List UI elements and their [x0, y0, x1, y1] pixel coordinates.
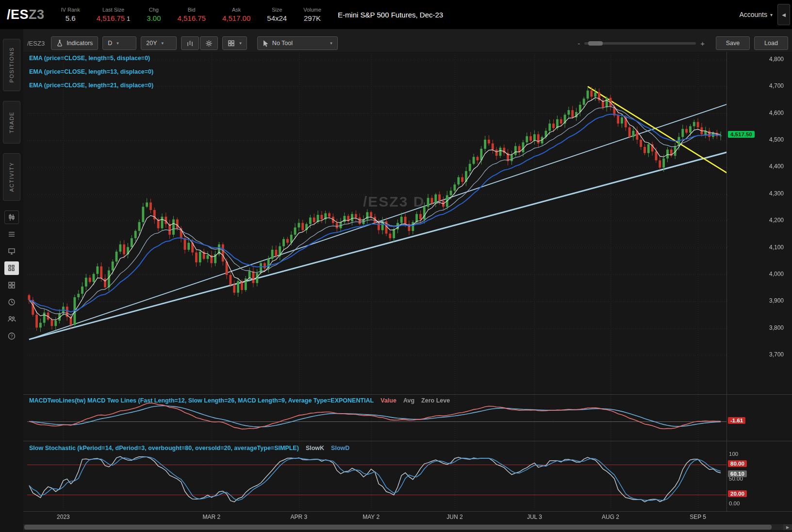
timeframe-dropdown[interactable]: D ▾ [102, 36, 136, 50]
field-volume: Volume 297K [303, 7, 321, 22]
grid-layout-dropdown[interactable]: ▾ [222, 36, 247, 50]
ema-21-study-label[interactable]: EMA (price=CLOSE, length=21, displace=0) [29, 82, 153, 89]
apps-icon[interactable] [4, 278, 19, 292]
time-axis-label: MAY 2 [363, 514, 380, 520]
watchlist-icon[interactable] [4, 227, 19, 241]
flask-icon [56, 40, 63, 47]
chart-panel: /ESZ3 Indicators D ▾ 20Y ▾ ▾ N [23, 29, 792, 532]
sidebar-tab-positions[interactable]: POSITIONS [3, 39, 20, 91]
macd-zero-legend: Zero Leve [421, 397, 450, 404]
macd-value-badge: -1.61 [728, 417, 745, 424]
price-axis-tick: 4,200 [726, 217, 790, 224]
field-iv-rank: IV Rank 5.6 [61, 7, 80, 22]
symbol-title: /ESZ3 [7, 7, 45, 22]
field-bid: Bid 4,516.75 [178, 7, 206, 22]
indicators-button[interactable]: Indicators [51, 36, 98, 50]
chevron-down-icon: ▾ [770, 12, 773, 17]
stoch-20-00-badge: 20.00 [728, 490, 747, 497]
macd-value-legend: Value [380, 397, 396, 404]
symbol-month-code: Z3 [29, 7, 45, 22]
contract-description: E-mini S&P 500 Futures, Dec-23 [338, 11, 443, 19]
stochastic-study-label[interactable]: Slow Stochastic (kPeriod=14, dPeriod=3, … [29, 445, 349, 451]
help-icon[interactable]: ? [4, 329, 19, 343]
range-dropdown[interactable]: 20Y ▾ [141, 36, 177, 50]
people-icon[interactable] [4, 312, 19, 326]
scrollbar-thumb[interactable] [24, 525, 772, 530]
macd-study-label[interactable]: MACDTwoLines(tw) MACD Two Lines (Fast Le… [29, 397, 450, 404]
stoch-60-10-badge: 60.10 [728, 470, 747, 477]
price-axis-tick: 4,000 [726, 271, 790, 277]
zoom-slider[interactable] [584, 42, 696, 45]
sidebar-tab-trade[interactable]: TRADE [3, 101, 20, 144]
price-axis-tick: 4,100 [726, 244, 790, 251]
sidebar-tab-activity[interactable]: ACTIVITY [3, 153, 20, 201]
time-axis-label: APR 3 [291, 514, 308, 520]
time-axis-label: JUL 3 [527, 514, 542, 520]
field-ask: Ask 4,517.00 [222, 7, 250, 22]
time-axis-label: JUN 2 [446, 514, 462, 520]
price-axis-tick: 4,400 [726, 163, 790, 170]
left-sidebar: POSITIONS TRADE ACTIVITY ? [0, 29, 23, 532]
zoom-out-button[interactable]: - [578, 39, 580, 48]
ema-5-study-label[interactable]: EMA (price=CLOSE, length=5, displace=0) [29, 55, 150, 62]
gear-icon [205, 40, 213, 47]
zoom-control: - + [578, 39, 705, 48]
ema-13-study-label[interactable]: EMA (price=CLOSE, length=13, displace=0) [29, 68, 153, 75]
field-chg: Chg 3.00 [147, 7, 161, 22]
chevron-down-icon: ▾ [162, 41, 164, 46]
zoom-slider-thumb[interactable] [588, 41, 603, 46]
bars-icon [186, 40, 194, 47]
price-axis-tick: 4,800 [726, 56, 790, 63]
time-axis-label: MAR 2 [202, 514, 220, 520]
stoch-80-00-badge: 80.00 [728, 460, 747, 467]
drawing-tool-dropdown[interactable]: No Tool ▾ [257, 36, 338, 50]
time-axis-label: AUG 2 [602, 514, 619, 520]
chevron-down-icon: ▾ [239, 41, 242, 46]
svg-text:?: ? [10, 334, 13, 339]
stoch-axis-tick: 100 [726, 451, 790, 457]
price-axis-tick: 4,600 [726, 110, 790, 116]
cursor-icon [263, 40, 269, 47]
accounts-dropdown[interactable]: Accounts ▾ [739, 11, 773, 18]
load-button[interactable]: Load [754, 36, 788, 50]
monitor-icon[interactable] [4, 244, 19, 258]
chart-toolbar: /ESZ3 Indicators D ▾ 20Y ▾ ▾ N [27, 35, 788, 51]
clock-icon[interactable] [4, 295, 19, 309]
scroll-right-button[interactable]: ▶ [783, 524, 792, 530]
chart-settings-button[interactable] [200, 36, 218, 50]
chart-symbol-label: /ESZ3 [27, 40, 45, 47]
quote-header: /ESZ3 IV Rank 5.6 Last Size 4,516.751 Ch… [0, 0, 792, 29]
chevron-down-icon: ▾ [116, 41, 119, 46]
stoch-axis-tick: 0.00 [726, 500, 790, 506]
last-size-qty: 1 [127, 15, 130, 22]
price-chart-canvas[interactable] [23, 52, 792, 532]
price-axis-tick: 3,800 [726, 324, 790, 331]
price-axis-tick: 4,700 [726, 82, 790, 89]
chart-watermark: /ESZ3 D [363, 193, 425, 210]
stoch-slowd-legend: SlowD [331, 445, 349, 451]
zoom-in-button[interactable]: + [700, 39, 705, 48]
chart-area: EMA (price=CLOSE, length=5, displace=0) … [23, 52, 792, 532]
charts-grid-icon[interactable] [4, 261, 19, 275]
collapse-panel-button[interactable]: ◀ [777, 4, 790, 25]
time-axis-label: SEP 5 [690, 514, 706, 520]
stoch-slowk-legend: SlowK [306, 445, 324, 451]
last-price-badge: 4,517.50 [728, 131, 755, 138]
chevron-down-icon: ▾ [330, 41, 332, 46]
layout-grid-icon [228, 40, 235, 47]
price-axis-tick: 3,900 [726, 297, 790, 304]
field-last-size: Last Size 4,516.751 [97, 7, 131, 22]
macd-avg-legend: Avg [403, 397, 414, 404]
horizontal-scrollbar[interactable]: ▶ [23, 524, 792, 530]
candle-chart-icon[interactable] [4, 210, 19, 224]
price-axis-tick: 4,300 [726, 190, 790, 197]
chart-type-button[interactable] [181, 36, 199, 50]
field-size: Size 54x24 [267, 7, 287, 22]
time-axis-label: 2023 [57, 514, 70, 520]
save-button[interactable]: Save [716, 36, 750, 50]
price-axis-tick: 3,700 [726, 351, 790, 358]
symbol-root: /ES [7, 7, 29, 22]
